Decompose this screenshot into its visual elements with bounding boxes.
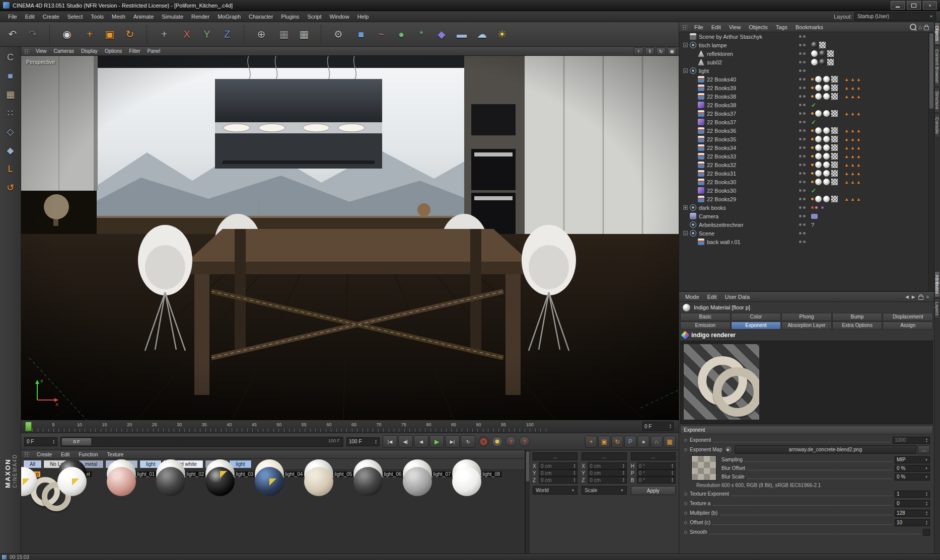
material-tag-icon[interactable] bbox=[811, 59, 818, 65]
object-name[interactable]: 22 Books40 bbox=[707, 76, 736, 83]
visibility-dots-icon[interactable] bbox=[799, 206, 807, 209]
object-manager-menu-item[interactable]: View bbox=[725, 24, 745, 30]
attribute-tab[interactable]: Emission bbox=[680, 322, 731, 330]
viewport-menu-item[interactable]: View bbox=[32, 48, 50, 54]
field-caret-icon[interactable]: ▼ bbox=[925, 467, 928, 470]
lock-x-axis-button[interactable]: X bbox=[177, 25, 196, 44]
texture-expand-button[interactable]: ▶ bbox=[725, 446, 733, 454]
object-tags[interactable]: ▲▲▲ ✓ ? bbox=[811, 169, 927, 178]
stepper-arrows-icon[interactable]: ▲▼ bbox=[622, 477, 625, 483]
object-name[interactable]: 22 Books38 bbox=[707, 102, 736, 108]
object-name[interactable]: dark books bbox=[699, 205, 726, 211]
record-pla-toggle[interactable]: ● bbox=[637, 436, 649, 448]
object-tags[interactable]: ▲▲▲ ✓ ? bbox=[811, 195, 927, 203]
visibility-dots-icon[interactable] bbox=[799, 232, 807, 234]
expander-icon[interactable] bbox=[691, 51, 696, 56]
menu-item[interactable]: Window bbox=[326, 14, 353, 20]
object-tree-row[interactable]: - light ▲▲▲ ✓ bbox=[679, 66, 929, 75]
search-icon[interactable] bbox=[910, 24, 916, 30]
object-name[interactable]: sub02 bbox=[707, 59, 722, 65]
material-scrollbar[interactable] bbox=[525, 450, 530, 553]
enabled-check-icon[interactable]: ✓ bbox=[811, 119, 816, 126]
viewport-menu-item[interactable]: Cameras bbox=[50, 48, 78, 54]
uvw-tag-icon[interactable] bbox=[819, 42, 826, 48]
object-name[interactable]: 22 Books33 bbox=[707, 153, 736, 159]
object-tags[interactable]: ▲▲▲ ✓ ? bbox=[811, 229, 927, 237]
attribute-tab[interactable]: Extra Options bbox=[832, 322, 883, 330]
material-tag-icon[interactable] bbox=[811, 50, 818, 57]
record-keyframe-button[interactable] bbox=[478, 436, 489, 447]
material-preview[interactable] bbox=[368, 478, 369, 485]
viewport-menu-item[interactable]: Panel bbox=[144, 48, 164, 54]
object-tags[interactable]: ▲▲▲ ✓ ? bbox=[811, 58, 927, 66]
material-tag-icon[interactable] bbox=[815, 127, 822, 134]
object-tags[interactable]: ▲▲▲ ✓ ? bbox=[811, 161, 927, 169]
add-environment-button[interactable]: ☁ bbox=[472, 25, 491, 44]
visibility-dots-icon[interactable] bbox=[799, 61, 807, 63]
object-tree-row[interactable]: Arbeitszeitrechner ▲▲▲ ✓ ? bbox=[679, 220, 929, 229]
material-preview[interactable] bbox=[121, 478, 122, 485]
object-tags[interactable]: ▲▲▲ ✓ ? bbox=[811, 41, 927, 49]
material-preview[interactable] bbox=[220, 470, 221, 477]
enabled-check-icon[interactable]: ✓ bbox=[811, 187, 816, 194]
visibility-dots-icon[interactable] bbox=[799, 164, 807, 166]
stepper-arrows-icon[interactable]: ▲▼ bbox=[375, 439, 377, 444]
parameter-checkbox[interactable] bbox=[923, 529, 930, 536]
lock-icon[interactable] bbox=[924, 26, 929, 30]
material-tag-icon[interactable] bbox=[815, 144, 822, 151]
parameter-field[interactable]: 0 ▲▼ bbox=[895, 500, 930, 507]
record-rotation-toggle[interactable]: ↻ bbox=[611, 436, 623, 448]
stepper-arrows-icon[interactable]: ▲▼ bbox=[573, 463, 575, 468]
uvw-tag-icon[interactable] bbox=[831, 144, 838, 151]
object-name[interactable]: 22 Books38 bbox=[707, 94, 736, 100]
uvw-tag-icon[interactable] bbox=[831, 76, 838, 83]
material-tag-icon[interactable] bbox=[815, 110, 822, 117]
layer-dot-icon[interactable] bbox=[811, 181, 814, 183]
object-name[interactable]: 22 Books29 bbox=[707, 196, 736, 202]
material-menu-item[interactable]: Texture bbox=[103, 452, 128, 457]
texture-property-field[interactable]: 0 % ▼ bbox=[895, 473, 930, 481]
layer-dot-icon[interactable] bbox=[811, 146, 814, 149]
uvw-tag-icon[interactable] bbox=[831, 85, 838, 91]
autokey-button[interactable] bbox=[492, 436, 502, 447]
add-deformer-button[interactable]: ◆ bbox=[432, 25, 451, 44]
object-manager-menu-item[interactable]: Tags bbox=[772, 24, 791, 30]
frame-slider-handle[interactable]: 0 F bbox=[61, 438, 92, 446]
layer-dot-icon[interactable] bbox=[811, 129, 814, 132]
uvw-tag-icon[interactable] bbox=[831, 162, 838, 168]
rotation-field[interactable]: 0 ° ▲▼ bbox=[637, 476, 676, 484]
panel-tab[interactable]: Layers bbox=[934, 298, 940, 319]
object-tags[interactable]: ▲▲▲ ✓ ? bbox=[811, 109, 927, 118]
visibility-dots-icon[interactable] bbox=[799, 52, 807, 55]
object-tree-row[interactable]: 22 Books30 ▲▲▲ ✓ ? bbox=[679, 186, 929, 195]
object-tags[interactable]: ▲▲▲ ✓ ? bbox=[811, 118, 927, 126]
play-forward-button[interactable]: ▶ bbox=[429, 435, 444, 448]
material-tag-icon[interactable] bbox=[823, 170, 830, 177]
panel-tab[interactable]: Attributes bbox=[934, 271, 940, 297]
undo-icon[interactable]: ↶ bbox=[3, 25, 22, 44]
add-mograph-button[interactable]: * bbox=[412, 25, 431, 44]
object-manager-menu-item[interactable]: Edit bbox=[707, 24, 725, 30]
material-tag-icon[interactable] bbox=[815, 196, 822, 202]
attribute-tab[interactable]: Exponent bbox=[731, 322, 781, 330]
object-tags[interactable]: ▲▲▲ ✓ ? bbox=[811, 126, 927, 135]
expander-icon[interactable]: - bbox=[683, 231, 688, 235]
menu-item[interactable]: Mesh bbox=[108, 14, 129, 20]
texture-thumbnail[interactable] bbox=[691, 455, 716, 481]
expander-icon[interactable] bbox=[691, 128, 696, 133]
render-to-picture-viewer-button[interactable]: ▦ bbox=[295, 25, 314, 44]
material-tag-icon[interactable] bbox=[823, 85, 830, 91]
material-tag-icon[interactable] bbox=[823, 127, 830, 134]
viewport-pan-icon[interactable]: + bbox=[634, 47, 643, 55]
stepper-arrows-icon[interactable]: ▲▼ bbox=[925, 520, 928, 525]
point-mode-icon[interactable]: ∷ bbox=[3, 106, 18, 121]
menu-item[interactable]: MoGraph bbox=[213, 14, 245, 20]
viewport-toggle-icon[interactable]: ▣ bbox=[667, 47, 677, 55]
object-tree-row[interactable]: 22 Books38 ▲▲▲ ✓ ? bbox=[679, 92, 929, 101]
menu-item[interactable]: Character bbox=[245, 14, 277, 20]
goto-start-button[interactable]: |◀ bbox=[383, 435, 397, 448]
stepper-arrows-icon[interactable]: ▲▼ bbox=[573, 470, 575, 475]
object-tree-row[interactable]: 22 Books34 ▲▲▲ ✓ ? bbox=[679, 143, 929, 152]
material-tag-icon[interactable] bbox=[815, 93, 822, 100]
object-tags[interactable]: ▲▲▲ ✓ ? bbox=[811, 178, 927, 186]
